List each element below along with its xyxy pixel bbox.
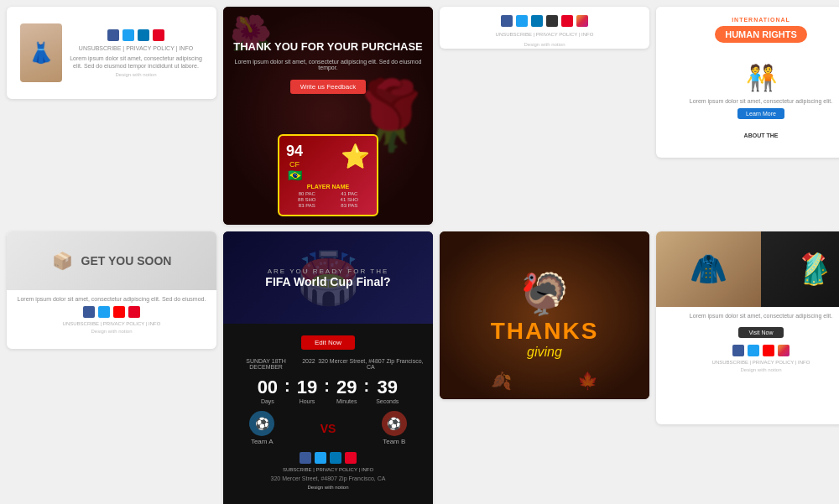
fashion-card-1: 👗 UNSUBSCRIBE | PRIVACY POLICY | INFO Lo… <box>7 7 216 99</box>
gys-yt[interactable] <box>113 306 125 318</box>
fifa-edit-btn[interactable]: Edit Now <box>301 335 355 350</box>
hr-col1-header: INTERNATIONAL HUMAN RIGHTS <box>656 7 839 56</box>
leaf-right: 🍁 <box>577 371 598 391</box>
thanks-turkey-card: 🦃 THANKS giving 🍂 🍁 <box>440 231 649 399</box>
turkey-emoji: 🦃 <box>519 271 570 318</box>
fifa-overlay-text: Are You Ready for the FIFA World Cup Fin… <box>265 268 390 288</box>
tw-icon-2[interactable] <box>516 15 528 27</box>
player-flag: 🇧🇷 <box>286 169 303 182</box>
fifa-li[interactable] <box>330 452 341 464</box>
f2-yt[interactable] <box>763 345 774 356</box>
fifa-countdown: 00 Days : 19 Hours : 29 Minutes : 39 Sec… <box>230 377 426 404</box>
gys-body: Lorem ipsum dolor sit amet, consectetur … <box>7 290 216 341</box>
fashion2-body: Lorem ipsum dolor sit amet, consectetur … <box>656 307 839 380</box>
teams-row: ⚽ Team A VS ⚽ Team B <box>230 411 426 445</box>
fifa-ready-text: Are You Ready for the <box>265 268 390 275</box>
fifa-year: 2022 <box>302 358 315 370</box>
gys-pi[interactable] <box>128 306 140 318</box>
fashion2-img-left: 🧥 <box>656 231 761 307</box>
design-note-col1: Design with notion <box>524 42 565 47</box>
fashion2-images: 🧥 🥻 <box>656 231 839 307</box>
gys-hero-image: 📦 GET YOU SOON <box>7 231 216 290</box>
learn-more-button-col1[interactable]: Learn More <box>737 108 784 119</box>
fashion2-card: 🧥 🥻 Lorem ipsum dolor sit amet, consecte… <box>656 231 839 424</box>
f2-fb[interactable] <box>732 345 744 356</box>
vs-label: VS <box>314 422 343 435</box>
footer-links-2: UNSUBSCRIBE | PRIVACY POLICY | INFO <box>496 32 594 37</box>
team-a-name: Team A <box>249 438 274 445</box>
thankyou-title: THANK YOU FOR YOUR PURCHASE <box>233 40 423 54</box>
gys-design: Design with notion <box>12 329 211 334</box>
player-name: PLAYER NAME <box>286 184 370 190</box>
design-note-1: Design with notion <box>69 72 203 77</box>
fashion2-design: Design with notion <box>661 367 839 372</box>
body-text-1: Lorem ipsum dolor sit amet, consectetur … <box>69 55 203 70</box>
hr-badge-top: INTERNATIONAL <box>666 17 839 23</box>
github-icon[interactable] <box>546 15 558 27</box>
pi-icon-2[interactable] <box>561 15 573 27</box>
fashion2-social <box>661 345 839 356</box>
fifa-date: SUNDAY 18TH DECEMBER <box>230 358 302 370</box>
thanks-title: THANKS <box>491 318 599 345</box>
hr-col1-body: 🧑‍🤝‍🧑 Lorem ipsum dolor sit amet, consec… <box>656 56 839 129</box>
ig-icon[interactable] <box>576 15 588 27</box>
gys-text: Lorem ipsum dolor sit amet, consectetur … <box>12 295 211 303</box>
player-stats: 80 PAC41 PAC 88 SHO41 SHO 83 PAS83 PAS <box>286 191 370 208</box>
twitter-icon[interactable] <box>122 29 134 41</box>
feedback-button[interactable]: Write us Feedback <box>290 80 367 94</box>
hr-badge-main: HUMAN RIGHTS <box>715 26 807 43</box>
cdown-days: 00 Days <box>258 377 278 404</box>
player-number: 94 <box>286 143 303 160</box>
pinterest-icon[interactable] <box>153 29 164 41</box>
cdown-seconds: 39 Seconds <box>376 377 399 404</box>
fifa-card: 🏟️ Are You Ready for the FIFA World Cup … <box>223 231 433 504</box>
f2-ig[interactable] <box>778 345 789 356</box>
col1-footer-social <box>501 15 588 27</box>
facebook-icon[interactable] <box>107 29 119 41</box>
gys-links: UNSUBSCRIBE | PRIVACY POLICY | INFO <box>12 321 211 326</box>
fashion-hero-image: 👗 <box>20 23 62 82</box>
li-icon-2[interactable] <box>531 15 543 27</box>
turkey-content: 🦃 THANKS giving 🍂 🍁 <box>482 231 607 399</box>
fifa-details: SUNDAY 18TH DECEMBER 2022 320 Mercer Str… <box>230 358 426 370</box>
fifa-content: Edit Now SUNDAY 18TH DECEMBER 2022 320 M… <box>223 324 433 499</box>
thankyou-card: 🌹 🌺 THANK YOU FOR YOUR PURCHASE Lorem ip… <box>223 7 433 225</box>
fifa-tw[interactable] <box>315 452 326 464</box>
fifa-hero: 🏟️ Are You Ready for the FIFA World Cup … <box>223 231 433 324</box>
gys-tagline: GET YOU SOON <box>81 254 172 268</box>
thankyou-sub: Lorem ipsum dolor sit amet, consectetur … <box>233 59 423 70</box>
fifa-fb[interactable] <box>300 452 311 464</box>
main-grid: 👗 UNSUBSCRIBE | PRIVACY POLICY | INFO Lo… <box>0 0 839 504</box>
gys-fb[interactable] <box>83 306 95 318</box>
fifa-links: SUBSCRIBE | PRIVACY POLICY | INFO <box>230 467 426 472</box>
cdown-min-num: 29 <box>336 377 357 398</box>
hr-col1-text: Lorem ipsum dolor sit amet, consectetur … <box>663 97 839 105</box>
cdown-hours-num: 19 <box>297 377 317 398</box>
fifa-social <box>230 452 426 464</box>
fb-icon-2[interactable] <box>501 15 513 27</box>
cdown-minutes: 29 Minutes <box>336 377 357 404</box>
hr-col1-card: INTERNATIONAL HUMAN RIGHTS 🧑‍🤝‍🧑 Lorem i… <box>656 7 839 158</box>
team-b-name: Team B <box>382 438 407 445</box>
player-position: CF <box>286 160 303 169</box>
fashion2-img-right: 🥻 <box>761 231 839 307</box>
fifa-pi[interactable] <box>345 452 357 464</box>
gys-tw[interactable] <box>98 306 110 318</box>
cdown-hours: 19 Hours <box>297 377 317 404</box>
visit-now-button[interactable]: Visit Now <box>738 327 783 338</box>
fifa-addr-footer: 320 Mercer Street, #4807 Zip Francisco, … <box>230 475 426 482</box>
team-a: ⚽ Team A <box>249 411 274 445</box>
fashion2-links: UNSUBSCRIBE | PRIVACY POLICY | INFO <box>661 360 839 365</box>
linkedin-icon[interactable] <box>138 29 149 41</box>
hr-col1-footer-text: ABOUT THE <box>656 129 839 142</box>
f2-tw[interactable] <box>748 345 759 356</box>
cdown-sec-num: 39 <box>376 377 399 398</box>
player-card-wrapper: 94 CF 🇧🇷 ⭐ PLAYER NAME 80 PAC41 PAC 88 S… <box>278 134 378 216</box>
cdown-days-num: 00 <box>258 377 278 398</box>
fashion2-text: Lorem ipsum dolor sit amet, consectetur … <box>661 312 839 320</box>
team-b-logo: ⚽ <box>382 411 407 436</box>
fifa-design: Design with notion <box>230 485 426 490</box>
col1-social-footer: UNSUBSCRIBE | PRIVACY POLICY | INFO Desi… <box>440 7 649 49</box>
leaf-left: 🍂 <box>491 371 512 391</box>
get-you-soon-card: 📦 GET YOU SOON Lorem ipsum dolor sit ame… <box>7 231 216 349</box>
